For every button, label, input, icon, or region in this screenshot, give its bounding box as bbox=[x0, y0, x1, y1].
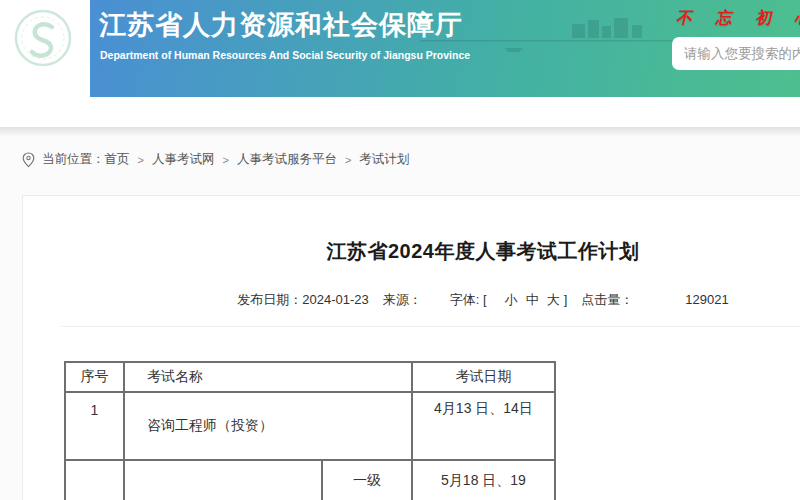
row1-exam-date: 4月13 日、14日 bbox=[412, 392, 555, 460]
article-card: 江苏省2024年度人事考试工作计划 发布日期：2024-01-23来源：字体: … bbox=[22, 195, 800, 500]
breadcrumb-home[interactable]: 首页 bbox=[105, 151, 130, 168]
font-size-label: 字体: [ bbox=[450, 292, 487, 307]
font-size-label-close: ] bbox=[564, 292, 568, 307]
source-label: 来源： bbox=[383, 292, 422, 307]
meta-divider bbox=[61, 326, 800, 327]
landscape-watermark-icon bbox=[420, 10, 690, 65]
table-row: 一级 5月18 日、19 bbox=[65, 460, 555, 500]
breadcrumb-separator: > bbox=[222, 154, 228, 166]
row2-exam-level: 一级 bbox=[322, 460, 412, 500]
publish-date: 2024-01-23 bbox=[302, 292, 369, 307]
header-shadow bbox=[0, 127, 800, 137]
exam-schedule-table: 序号 考试名称 考试日期 1 咨询工程师（投资） 4月13 日、14日 一级 5… bbox=[64, 361, 556, 500]
header-exam-date: 考试日期 bbox=[412, 362, 555, 392]
row1-exam-name: 咨询工程师（投资） bbox=[124, 392, 412, 460]
header-banner: 江苏省人力资源和社会保障厅 Department of Human Resour… bbox=[90, 0, 800, 97]
hrss-logo-icon bbox=[13, 8, 73, 68]
row2-seq bbox=[65, 460, 124, 500]
breadcrumb-label: 当前位置： bbox=[42, 151, 105, 168]
search-box bbox=[672, 37, 800, 70]
table-row: 1 咨询工程师（投资） 4月13 日、14日 bbox=[65, 392, 555, 460]
search-input[interactable] bbox=[672, 37, 800, 70]
font-size-medium-button[interactable]: 中 bbox=[526, 292, 539, 307]
header-exam-name: 考试名称 bbox=[124, 362, 412, 392]
logo-area bbox=[0, 0, 90, 97]
article-meta: 发布日期：2024-01-23来源：字体: [小中大]点击量：129021 bbox=[23, 291, 800, 309]
hits-label: 点击量： bbox=[581, 292, 633, 307]
site-title-cn: 江苏省人力资源和社会保障厅 bbox=[99, 7, 463, 43]
slogan-calligraphy: 不 忘 初 心 bbox=[676, 8, 800, 29]
row1-seq: 1 bbox=[65, 392, 124, 460]
table-header-row: 序号 考试名称 考试日期 bbox=[65, 362, 555, 392]
header-seq: 序号 bbox=[65, 362, 124, 392]
font-size-large-button[interactable]: 大 bbox=[547, 292, 560, 307]
breadcrumb-separator: > bbox=[138, 154, 144, 166]
breadcrumb-exam-platform[interactable]: 人事考试服务平台 bbox=[237, 151, 337, 168]
breadcrumb-exam-site[interactable]: 人事考试网 bbox=[152, 151, 215, 168]
article-title: 江苏省2024年度人事考试工作计划 bbox=[23, 238, 800, 265]
row2-exam-name bbox=[124, 460, 322, 500]
breadcrumb: 当前位置： 首页 > 人事考试网 > 人事考试服务平台 > 考试计划 bbox=[22, 151, 409, 168]
page: 江苏省人力资源和社会保障厅 Department of Human Resour… bbox=[0, 0, 800, 500]
nav-strip bbox=[0, 97, 800, 127]
font-size-small-button[interactable]: 小 bbox=[505, 292, 518, 307]
breadcrumb-exam-plan[interactable]: 考试计划 bbox=[359, 151, 409, 168]
location-pin-icon bbox=[22, 152, 35, 168]
row2-exam-date: 5月18 日、19 bbox=[412, 460, 555, 500]
site-title-en: Department of Human Resources And Social… bbox=[100, 49, 470, 61]
site-header: 江苏省人力资源和社会保障厅 Department of Human Resour… bbox=[0, 0, 800, 97]
breadcrumb-separator: > bbox=[345, 154, 351, 166]
publish-date-label: 发布日期： bbox=[237, 292, 302, 307]
hits-value: 129021 bbox=[685, 292, 728, 307]
